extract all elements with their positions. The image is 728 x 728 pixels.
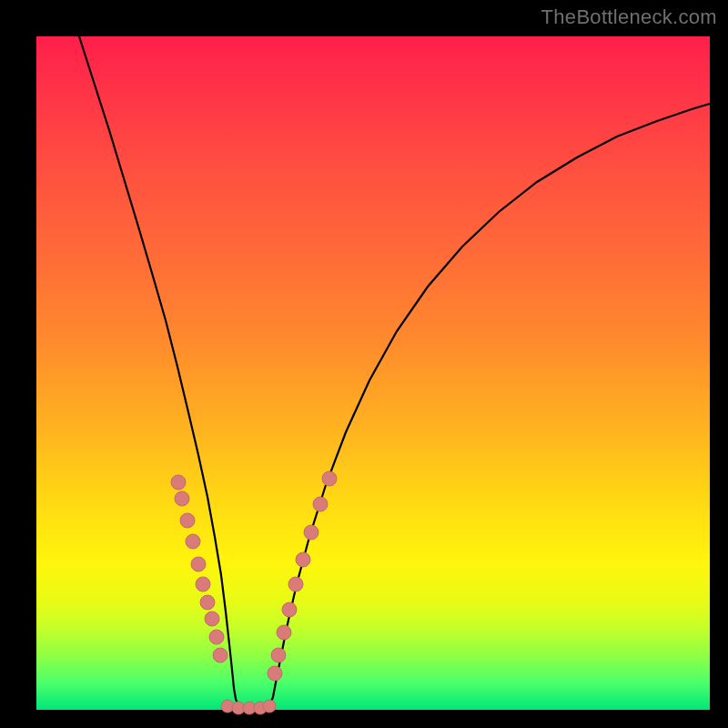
marker-dot bbox=[205, 612, 219, 626]
marker-dot bbox=[171, 475, 186, 490]
marker-dot bbox=[196, 577, 210, 592]
marker-dot bbox=[277, 625, 291, 640]
marker-dot bbox=[322, 471, 337, 486]
plot-area bbox=[36, 36, 710, 710]
marker-dot bbox=[288, 577, 303, 592]
marker-dot bbox=[271, 648, 286, 662]
marker-dot bbox=[180, 513, 195, 528]
outer-frame: TheBottleneck.com bbox=[0, 0, 728, 728]
marker-dot bbox=[213, 648, 228, 662]
markers-bottom-run bbox=[221, 700, 276, 714]
marker-dot bbox=[191, 557, 206, 571]
marker-dot bbox=[200, 595, 215, 610]
marker-dot bbox=[175, 491, 189, 506]
marker-dot bbox=[186, 534, 200, 549]
marker-dot bbox=[304, 525, 318, 540]
marker-dot bbox=[313, 497, 328, 511]
marker-dot bbox=[296, 552, 310, 567]
marker-dot bbox=[268, 666, 282, 681]
marker-dot bbox=[263, 700, 276, 713]
curve-svg bbox=[36, 36, 710, 710]
marker-dot bbox=[282, 602, 297, 617]
bottleneck-curve bbox=[79, 36, 710, 710]
markers-left-branch bbox=[171, 475, 228, 662]
marker-dot bbox=[209, 630, 224, 644]
watermark-text: TheBottleneck.com bbox=[541, 5, 717, 29]
markers-right-branch bbox=[268, 471, 337, 681]
